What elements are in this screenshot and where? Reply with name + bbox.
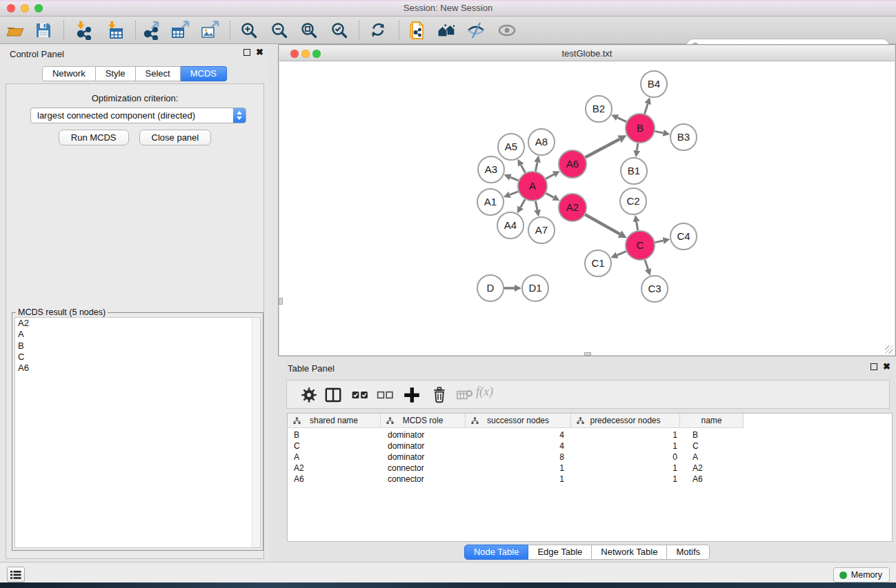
tab-mcds[interactable]: MCDS [181, 66, 227, 81]
tab-network-table[interactable]: Network Table [592, 545, 667, 560]
network-window-titlebar[interactable]: testGlobe.txt [279, 45, 895, 61]
edge-A-A3[interactable] [510, 177, 519, 181]
edge-A-A8[interactable] [535, 162, 537, 171]
table-cell[interactable]: 1 [571, 440, 680, 452]
graph-node-C4[interactable]: C4 [670, 223, 697, 250]
table-cell[interactable]: C [288, 440, 381, 452]
close-panel-button-2[interactable]: Close panel [139, 130, 212, 145]
column-header-predecessor-nodes[interactable]: predecessor nodes [571, 414, 680, 428]
edge-A-A5[interactable] [521, 165, 525, 172]
edge-B-B3[interactable] [655, 131, 664, 133]
function-builder-icon[interactable]: f(x) [476, 385, 493, 399]
tab-motifs[interactable]: Motifs [667, 545, 710, 560]
export-image-icon[interactable] [200, 21, 219, 40]
table-cell[interactable]: dominator [381, 429, 466, 440]
table-cell[interactable]: 1 [466, 463, 571, 474]
tab-node-table[interactable]: Node Table [464, 545, 529, 560]
table-cell[interactable]: C [680, 440, 744, 452]
graph-node-B[interactable]: B [626, 114, 655, 143]
splitter-handle[interactable] [279, 298, 283, 305]
edge-C-C3[interactable] [645, 260, 648, 270]
graph-node-D1[interactable]: D1 [522, 275, 548, 301]
memory-button[interactable]: Memory [833, 567, 890, 582]
network-canvas[interactable]: A5A8A3AA1A4A7A6A2BB1B2B3B4CC1C2C3C4DD1 [279, 61, 895, 355]
network-graph[interactable]: A5A8A3AA1A4A7A6A2BB1B2B3B4CC1C2C3C4DD1 [279, 61, 895, 356]
graph-node-C3[interactable]: C3 [641, 276, 668, 302]
graph-node-C1[interactable]: C1 [585, 250, 611, 276]
node-table[interactable]: shared nameMCDS rolesuccessor nodesprede… [287, 413, 893, 542]
window-titlebar[interactable]: Session: New Session [0, 0, 896, 17]
edge-C-C4[interactable] [655, 241, 664, 243]
table-cell[interactable]: B [288, 429, 381, 440]
delete-table-icon[interactable] [457, 387, 473, 403]
zoom-in-icon[interactable] [239, 21, 259, 40]
table-cell[interactable]: A2 [680, 463, 744, 474]
table-cell[interactable]: 4 [466, 440, 571, 452]
graph-node-C[interactable]: C [626, 231, 655, 260]
table-cell[interactable]: 1 [571, 429, 680, 440]
graph-node-A2[interactable]: A2 [559, 194, 586, 221]
network-from-file-icon[interactable] [408, 21, 428, 40]
refresh-view-icon[interactable] [368, 21, 388, 40]
tab-style[interactable]: Style [96, 66, 136, 81]
task-history-button[interactable] [7, 567, 25, 582]
column-header-shared-name[interactable]: shared name [288, 414, 381, 428]
result-scrollbar[interactable] [252, 318, 260, 547]
style-preview-icon[interactable] [466, 21, 486, 40]
edge-C-C1[interactable] [617, 252, 626, 256]
table-cell[interactable]: A6 [288, 474, 381, 485]
split-view-icon[interactable] [325, 387, 341, 403]
hide-eye-icon[interactable] [497, 21, 517, 40]
mcds-result-list[interactable]: A2ABCA6 [14, 317, 261, 548]
edge-A6-B[interactable] [586, 139, 619, 157]
edge-A2-C[interactable] [585, 214, 619, 234]
table-cell[interactable]: A2 [288, 463, 381, 474]
graph-node-A[interactable]: A [518, 172, 547, 201]
edge-B-B2[interactable] [617, 118, 626, 122]
zoom-fit-icon[interactable] [299, 21, 319, 40]
open-session-icon[interactable] [6, 21, 25, 40]
table-cell[interactable]: 0 [571, 452, 680, 463]
criterion-dropdown[interactable]: largest connected component (directed) [30, 108, 246, 123]
run-mcds-button[interactable]: Run MCDS [59, 130, 129, 145]
edge-A-A7[interactable] [535, 201, 537, 210]
table-cell[interactable]: 1 [571, 474, 680, 485]
edge-C-C2[interactable] [637, 222, 638, 231]
result-item[interactable]: A6 [15, 363, 260, 374]
tab-edge-table[interactable]: Edge Table [528, 545, 592, 560]
table-cell[interactable]: 1 [466, 474, 571, 485]
table-cell[interactable]: A [288, 452, 381, 463]
result-item[interactable]: A [15, 329, 260, 340]
table-settings-gear-icon[interactable] [301, 387, 317, 403]
edge-B-B1[interactable] [637, 143, 638, 151]
zoom-selected-icon[interactable] [330, 21, 349, 40]
graph-node-A3[interactable]: A3 [478, 156, 504, 183]
table-cell[interactable]: connector [381, 474, 466, 485]
tab-select[interactable]: Select [136, 66, 181, 81]
table-cell[interactable]: A6 [680, 474, 744, 485]
tab-network[interactable]: Network [42, 66, 96, 81]
graph-node-A5[interactable]: A5 [498, 134, 524, 160]
table-cell[interactable]: 8 [466, 452, 571, 463]
import-table-icon[interactable] [105, 21, 124, 40]
graph-node-B3[interactable]: B3 [670, 124, 697, 150]
table-cell[interactable]: dominator [381, 452, 466, 463]
graph-node-A7[interactable]: A7 [528, 217, 555, 243]
table-cell[interactable]: B [680, 429, 744, 440]
graph-node-A6[interactable]: A6 [559, 150, 586, 178]
float-table-panel-button[interactable] [870, 363, 877, 370]
result-item[interactable]: C [15, 352, 260, 363]
save-session-icon[interactable] [34, 21, 53, 40]
column-header-successor-nodes[interactable]: successor nodes [466, 414, 571, 428]
table-cell[interactable]: 1 [571, 463, 680, 474]
close-panel-button[interactable]: ✖ [256, 49, 263, 56]
graph-node-D[interactable]: D [477, 275, 504, 301]
graph-node-A1[interactable]: A1 [477, 189, 504, 215]
select-all-icon[interactable] [352, 387, 368, 403]
graph-node-A8[interactable]: A8 [528, 129, 555, 155]
zoom-out-icon[interactable] [270, 21, 289, 40]
table-cell[interactable]: dominator [381, 440, 466, 452]
graph-node-B2[interactable]: B2 [586, 96, 612, 122]
edge-A-A1[interactable] [510, 192, 518, 195]
graph-node-C2[interactable]: C2 [620, 188, 646, 214]
